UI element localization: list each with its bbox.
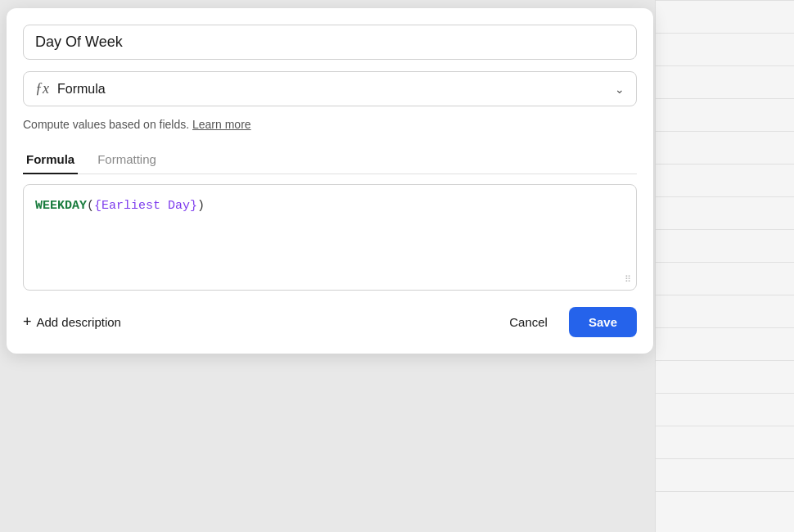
type-label: Formula (57, 82, 615, 97)
save-button[interactable]: Save (569, 307, 637, 337)
add-description-button[interactable]: + Add description (23, 313, 121, 331)
description-static: Compute values based on fields. (23, 118, 189, 131)
tab-formula[interactable]: Formula (23, 146, 78, 174)
tab-formatting[interactable]: Formatting (94, 146, 160, 174)
field-name-input[interactable] (35, 34, 625, 51)
resize-handle[interactable]: ⠿ (625, 276, 631, 285)
tabs-bar: Formula Formatting (23, 146, 637, 174)
dialog: ƒx Formula ⌄ Compute values based on fie… (7, 8, 653, 354)
type-selector[interactable]: ƒx Formula ⌄ (23, 71, 637, 106)
name-input-wrapper[interactable] (23, 25, 637, 60)
description-text: Compute values based on fields. Learn mo… (23, 118, 637, 131)
formula-function-name: WEEKDAY (35, 199, 87, 213)
cancel-button[interactable]: Cancel (494, 307, 562, 337)
add-description-label: Add description (37, 315, 121, 329)
close-paren: ) (197, 199, 205, 213)
formula-editor[interactable]: WEEKDAY({Earliest Day}) ⠿ (23, 184, 637, 291)
formula-text: WEEKDAY({Earliest Day}) (35, 199, 205, 213)
chevron-down-icon: ⌄ (615, 83, 625, 96)
page-wrapper: ƒx Formula ⌄ Compute values based on fie… (0, 0, 794, 532)
open-paren: ( (87, 199, 94, 213)
footer: + Add description Cancel Save (23, 307, 637, 337)
background-lines (655, 0, 794, 532)
formula-icon: ƒx (35, 80, 49, 97)
learn-more-link[interactable]: Learn more (192, 118, 251, 131)
plus-icon: + (23, 313, 32, 331)
field-reference: {Earliest Day} (94, 199, 197, 213)
